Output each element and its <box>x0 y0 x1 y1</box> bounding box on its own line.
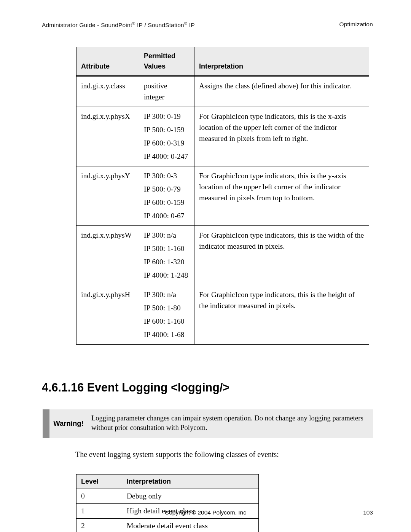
cell-interpretation: For GraphicIcon type indicators, this is… <box>194 225 369 285</box>
footer-page-number: 103 <box>363 509 373 516</box>
table-header-row: Attribute Permitted Values Interpretatio… <box>76 47 369 76</box>
permitted-value: IP 300: 0-3 <box>144 170 190 181</box>
cell-attribute: ind.gi.x.y.physH <box>76 285 139 344</box>
permitted-value: IP 4000: 1-68 <box>144 329 190 340</box>
permitted-value: IP 300: 0-19 <box>144 111 190 122</box>
permitted-value: IP 500: 0-159 <box>144 124 190 135</box>
cell-level: 2 <box>76 518 122 532</box>
table-row: 2 Moderate detail event class <box>76 518 259 532</box>
level-table: Level Interpretation 0 Debug only 1 High… <box>76 474 259 532</box>
page-footer: Copyright © 2004 Polycom, Inc 103 <box>0 509 411 516</box>
table-row: ind.gi.x.y.physW IP 300: n/a IP 500: 1-1… <box>76 225 369 285</box>
cell-permitted: IP 300: n/a IP 500: 1-80 IP 600: 1-160 I… <box>139 285 194 344</box>
cell-interpretation: For GraphicIcon type indicators, this is… <box>194 107 369 166</box>
page-header: Administrator Guide - SoundPoint® IP / S… <box>42 21 373 29</box>
attribute-table-wrap: Attribute Permitted Values Interpretatio… <box>76 47 373 345</box>
permitted-value: IP 4000: 0-247 <box>144 151 190 162</box>
section-heading: 4.6.1.16 Event Logging <logging/> <box>42 381 373 394</box>
permitted-value: IP 300: n/a <box>144 289 190 300</box>
intro-paragraph: The event logging system supports the fo… <box>75 450 373 459</box>
th-interpretation: Interpretation <box>122 474 259 489</box>
cell-attribute: ind.gi.x.y.physY <box>76 166 139 225</box>
header-left: Administrator Guide - SoundPoint® IP / S… <box>42 21 195 29</box>
th-level: Level <box>76 474 122 489</box>
cell-attribute: ind.gi.x.y.physX <box>76 107 139 166</box>
permitted-value: IP 4000: 1-248 <box>144 270 190 281</box>
cell-permitted: IP 300: n/a IP 500: 1-160 IP 600: 1-320 … <box>139 225 194 285</box>
cell-permitted: positive integer <box>139 76 194 107</box>
table-row: ind.gi.x.y.physX IP 300: 0-19 IP 500: 0-… <box>76 107 369 166</box>
attribute-table: Attribute Permitted Values Interpretatio… <box>76 47 369 345</box>
page: Administrator Guide - SoundPoint® IP / S… <box>0 0 411 532</box>
th-interpretation: Interpretation <box>194 47 369 76</box>
table-row: ind.gi.x.y.physY IP 300: 0-3 IP 500: 0-7… <box>76 166 369 225</box>
cell-interpretation: Debug only <box>122 489 259 503</box>
cell-attribute: ind.gi.x.y.physW <box>76 225 139 285</box>
permitted-value: IP 500: 1-80 <box>144 302 190 313</box>
cell-interpretation: Moderate detail event class <box>122 518 259 532</box>
table-header-row: Level Interpretation <box>76 474 259 489</box>
header-left-a: Administrator Guide - SoundPoint <box>42 22 132 28</box>
cell-interpretation: For GraphicIcon type indicators, this is… <box>194 285 369 344</box>
warning-accent-bar <box>43 409 49 438</box>
warning-label: Warning! <box>49 409 88 438</box>
th-attribute: Attribute <box>76 47 139 76</box>
warning-box: Warning! Logging parameter changes can i… <box>43 409 373 438</box>
permitted-value: IP 600: 1-160 <box>144 316 190 327</box>
permitted-value: IP 600: 1-320 <box>144 256 190 267</box>
th-permitted: Permitted Values <box>139 47 194 76</box>
table-row: ind.gi.x.y.class positive integer Assign… <box>76 76 369 107</box>
permitted-value: IP 500: 1-160 <box>144 243 190 254</box>
table-row: 0 Debug only <box>76 489 259 503</box>
cell-permitted: IP 300: 0-19 IP 500: 0-159 IP 600: 0-319… <box>139 107 194 166</box>
cell-permitted: IP 300: 0-3 IP 500: 0-79 IP 600: 0-159 I… <box>139 166 194 225</box>
permitted-value: IP 500: 0-79 <box>144 184 190 195</box>
permitted-value: IP 4000: 0-67 <box>144 210 190 221</box>
cell-interpretation: For GraphicIcon type indicators, this is… <box>194 166 369 225</box>
cell-level: 0 <box>76 489 122 503</box>
permitted-value: IP 600: 0-319 <box>144 137 190 149</box>
header-left-b: IP / SoundStation <box>135 22 184 28</box>
table-row: ind.gi.x.y.physH IP 300: n/a IP 500: 1-8… <box>76 285 369 344</box>
cell-interpretation: Assigns the class (defined above) for th… <box>194 76 369 107</box>
header-right: Optimization <box>339 21 373 29</box>
header-left-c: IP <box>187 22 195 28</box>
permitted-value: positive integer <box>144 80 190 103</box>
cell-attribute: ind.gi.x.y.class <box>76 76 139 107</box>
registered-icon: ® <box>132 21 135 26</box>
warning-text: Logging parameter changes can impair sys… <box>88 409 373 438</box>
footer-copyright: Copyright © 2004 Polycom, Inc <box>165 509 246 516</box>
registered-icon: ® <box>184 21 187 26</box>
permitted-value: IP 300: n/a <box>144 230 190 241</box>
permitted-value: IP 600: 0-159 <box>144 197 190 208</box>
